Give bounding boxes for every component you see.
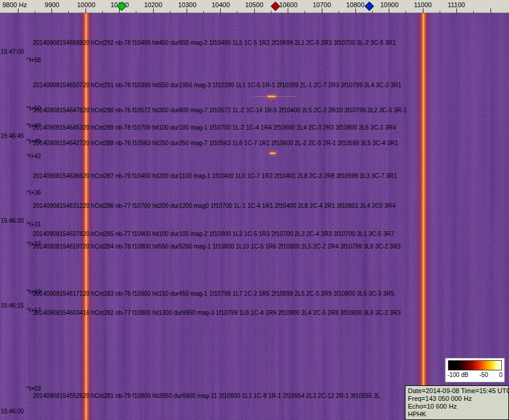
- detection-log-line: 20140908154650720 hCnt291 nb-78 f10399 h…: [33, 82, 401, 88]
- db-gradient-bar: [448, 360, 502, 370]
- event-time-marker: ^t+42: [26, 153, 41, 160]
- time-axis-label: 15:46:45: [1, 133, 24, 139]
- waterfall-scanlines: [0, 13, 509, 420]
- spectrogram-waterfall[interactable]: 15:47:00 15:46:45 15:46:30 15:46:15 15:4…: [0, 13, 509, 420]
- info-line-station: HPHK: [408, 410, 506, 418]
- freq-label: 10500: [245, 1, 264, 8]
- detection-log-line: 20140908154619720 hCnt284 nb-78 f10800 h…: [33, 243, 401, 250]
- info-line-freq: Freq=143 050 000 Hz: [408, 395, 506, 403]
- event-time-marker: ^t+36: [26, 189, 41, 196]
- freq-label: 10400: [212, 1, 230, 8]
- time-axis-label: 15:47:00: [1, 48, 24, 55]
- freq-label: 10700: [313, 1, 331, 8]
- detection-log-line: 20140908154647620 hCnt290 nb-76 f10572 h…: [33, 107, 407, 114]
- info-line-echo: Echo=10 600 Hz: [408, 403, 506, 410]
- detection-log-line: 20140908154645320 hCnt289 nb-78 f10700 h…: [33, 124, 396, 131]
- freq-label: 10900: [380, 1, 399, 8]
- time-axis-label: 15:46:15: [1, 302, 24, 309]
- time-axis-label: 15:46:30: [1, 217, 24, 224]
- detection-log-line: 20140908154642720 hCnt288 nb-76 f10563 h…: [33, 140, 398, 146]
- detection-log-line: 20140908154631220 hCnt286 nb-77 f10700 h…: [33, 203, 395, 209]
- detection-log-line: 20140908154617120 hCnt283 nb-76 f10900 h…: [33, 290, 394, 297]
- freq-label: 10000: [77, 1, 96, 8]
- freq-label: 11100: [448, 1, 465, 8]
- info-line-date: Date=2014-09-08 Time=15:45 UTC: [408, 387, 506, 395]
- event-time-marker: ^t+31: [26, 221, 41, 228]
- frequency-scale[interactable]: 9800 Hz 9900 10000 10100 10200 10300 104…: [0, 0, 509, 13]
- freq-label: 9900: [45, 1, 59, 8]
- detection-log-line: 20140908154552620 hCnt281 nb-79 f10800 h…: [33, 393, 380, 399]
- detection-log-line: 20140908154658820 hCnt292 nb-78 f10400 h…: [33, 39, 396, 46]
- detection-log-line: 20140908154636620 hCnt287 nb-79 f10400 h…: [33, 173, 397, 179]
- freq-label: 10800: [346, 1, 365, 8]
- db-color-scale: -100 dB -50 0: [445, 358, 505, 382]
- freq-label: 9800 Hz: [2, 1, 27, 8]
- db-scale-label: -100 dB: [447, 372, 468, 378]
- freq-label: 10600: [279, 1, 298, 8]
- db-scale-label: 0: [499, 372, 502, 378]
- freq-label: 10200: [144, 1, 163, 8]
- event-time-marker: ^t+58: [26, 57, 41, 63]
- status-info-box: Date=2014-09-08 Time=15:45 UTC Freq=143 …: [405, 385, 509, 420]
- detection-log-line: 20140908154627820 hCnt285 nb-77 f10900 h…: [33, 231, 394, 237]
- freq-label: 10300: [178, 1, 197, 8]
- db-scale-label: -50: [480, 372, 488, 378]
- event-time-marker: ^t+03: [26, 385, 41, 392]
- time-axis-label: 15:46:00: [1, 408, 24, 415]
- freq-minor-ticks: [35, 11, 507, 13]
- detection-log-line: 20140908154603416 hCnt282 nb-77 f10800 h…: [33, 309, 401, 316]
- freq-label: 11000: [414, 1, 432, 8]
